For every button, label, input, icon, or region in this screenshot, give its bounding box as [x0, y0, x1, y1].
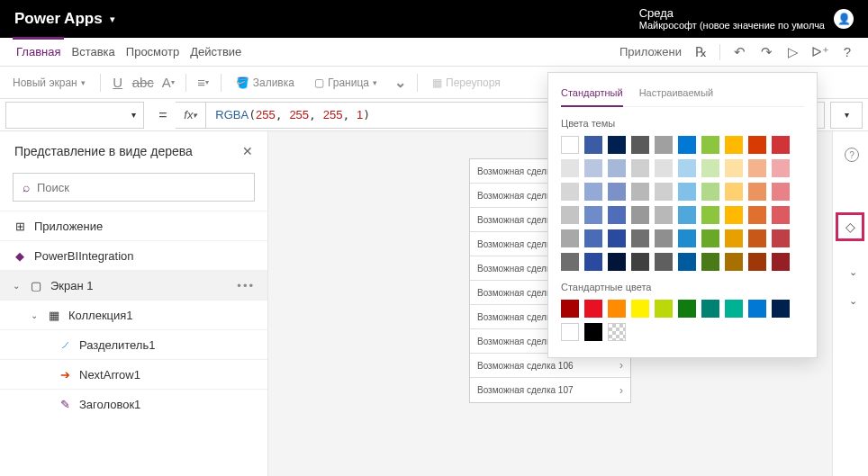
color-swatch[interactable] — [584, 323, 602, 341]
tree-separator[interactable]: ⟋ Разделитель1 — [0, 329, 267, 359]
app-checker-label[interactable]: Приложени — [619, 45, 682, 58]
color-swatch[interactable] — [772, 136, 790, 154]
color-swatch[interactable] — [701, 229, 719, 247]
color-swatch[interactable] — [678, 229, 696, 247]
play-icon[interactable]: ▷ — [785, 44, 801, 60]
menu-view[interactable]: Просмотр — [122, 40, 183, 64]
color-swatch[interactable] — [655, 300, 673, 318]
color-swatch[interactable] — [631, 183, 649, 201]
chevron-down-icon[interactable]: ⌄ — [392, 75, 408, 91]
font-color-icon[interactable]: A▾ — [160, 75, 176, 91]
avatar[interactable]: 👤 — [834, 9, 854, 29]
color-swatch[interactable] — [701, 206, 719, 224]
color-swatch[interactable] — [608, 229, 626, 247]
fill-button[interactable]: 🪣 Заливка — [231, 73, 300, 93]
color-swatch[interactable] — [631, 300, 649, 318]
color-swatch[interactable] — [584, 300, 602, 318]
close-icon[interactable]: ✕ — [242, 144, 253, 158]
color-swatch[interactable] — [748, 300, 766, 318]
tab-standard-colors[interactable]: Стандартный — [561, 82, 623, 107]
align-icon[interactable]: ≡▾ — [195, 75, 212, 91]
color-swatch[interactable] — [631, 206, 649, 224]
environment-block[interactable]: Среда Майкрософт (новое значение по умол… — [639, 6, 854, 32]
panel-chevron-1[interactable]: ⌄ — [849, 266, 857, 278]
color-swatch[interactable] — [631, 253, 649, 271]
color-swatch[interactable] — [748, 159, 766, 177]
color-swatch[interactable] — [608, 183, 626, 201]
strikethrough-icon[interactable]: abc — [135, 75, 151, 91]
color-swatch[interactable] — [631, 159, 649, 177]
color-swatch[interactable] — [748, 183, 766, 201]
caret-icon[interactable]: ⌄ — [31, 310, 40, 320]
stethoscope-icon[interactable]: ℞ — [692, 44, 709, 60]
color-swatch[interactable] — [772, 229, 790, 247]
color-swatch[interactable] — [725, 136, 743, 154]
color-swatch[interactable] — [561, 253, 579, 271]
color-swatch[interactable] — [561, 206, 579, 224]
color-swatch[interactable] — [678, 206, 696, 224]
color-swatch[interactable] — [608, 300, 626, 318]
color-swatch[interactable] — [655, 159, 673, 177]
menu-insert[interactable]: Вставка — [68, 40, 118, 64]
color-swatch[interactable] — [748, 253, 766, 271]
color-swatch[interactable] — [725, 206, 743, 224]
color-swatch[interactable] — [561, 159, 579, 177]
tree-title-ctrl[interactable]: ✎ Заголовок1 — [0, 389, 267, 418]
color-swatch[interactable] — [608, 206, 626, 224]
color-swatch[interactable] — [772, 300, 790, 318]
color-swatch[interactable] — [725, 300, 743, 318]
help-circle-icon[interactable]: ? — [845, 148, 859, 162]
color-swatch[interactable] — [772, 206, 790, 224]
tab-custom-colors[interactable]: Настраиваемый — [639, 82, 714, 106]
color-swatch[interactable] — [584, 159, 602, 177]
color-swatch[interactable] — [584, 183, 602, 201]
color-swatch[interactable] — [584, 229, 602, 247]
new-screen-button[interactable]: Новый экран▾ — [7, 73, 91, 93]
color-swatch[interactable] — [772, 159, 790, 177]
app-menu-chevron[interactable]: ▾ — [110, 13, 115, 25]
menu-action[interactable]: Действие — [186, 40, 245, 64]
color-swatch[interactable] — [631, 229, 649, 247]
formula-expand[interactable]: ▾ — [830, 102, 863, 129]
color-swatch[interactable] — [748, 229, 766, 247]
color-swatch[interactable] — [701, 159, 719, 177]
transparent-swatch[interactable] — [608, 323, 626, 341]
border-button[interactable]: ▢ Граница▾ — [309, 73, 383, 93]
property-selector[interactable]: ▾ — [5, 102, 144, 129]
color-swatch[interactable] — [655, 229, 673, 247]
color-swatch[interactable] — [725, 253, 743, 271]
color-swatch[interactable] — [772, 183, 790, 201]
color-swatch[interactable] — [608, 159, 626, 177]
color-swatch[interactable] — [701, 300, 719, 318]
color-swatch[interactable] — [584, 253, 602, 271]
tree-powerbi[interactable]: ◆ PowerBIIntegration — [0, 240, 267, 270]
color-swatch[interactable] — [655, 183, 673, 201]
color-swatch[interactable] — [655, 136, 673, 154]
undo-icon[interactable]: ↶ — [731, 44, 747, 60]
color-swatch[interactable] — [608, 136, 626, 154]
more-icon[interactable]: ••• — [237, 279, 255, 292]
color-swatch[interactable] — [725, 229, 743, 247]
color-swatch[interactable] — [701, 253, 719, 271]
reorder-button[interactable]: ▦ Переупоря — [427, 73, 506, 93]
color-swatch[interactable] — [725, 159, 743, 177]
color-swatch[interactable] — [655, 253, 673, 271]
color-swatch[interactable] — [678, 183, 696, 201]
help-icon[interactable]: ? — [839, 44, 855, 60]
color-swatch[interactable] — [678, 253, 696, 271]
color-swatch[interactable] — [655, 206, 673, 224]
color-swatch[interactable] — [561, 183, 579, 201]
color-swatch[interactable] — [561, 229, 579, 247]
color-swatch[interactable] — [584, 136, 602, 154]
color-swatch[interactable] — [561, 136, 579, 154]
fx-button[interactable]: fx▾ — [176, 102, 206, 129]
tree-collection[interactable]: ⌄ ▦ Коллекция1 — [0, 300, 267, 329]
tree-screen[interactable]: ⌄ ▢ Экран 1 ••• — [0, 270, 267, 300]
color-swatch[interactable] — [608, 253, 626, 271]
color-swatch[interactable] — [678, 159, 696, 177]
color-swatch[interactable] — [631, 136, 649, 154]
redo-icon[interactable]: ↷ — [758, 44, 774, 60]
color-swatch[interactable] — [725, 183, 743, 201]
gallery-row[interactable]: Возможная сделка 107› — [470, 378, 630, 402]
fill-color-indicator[interactable]: ◇ — [836, 212, 864, 241]
